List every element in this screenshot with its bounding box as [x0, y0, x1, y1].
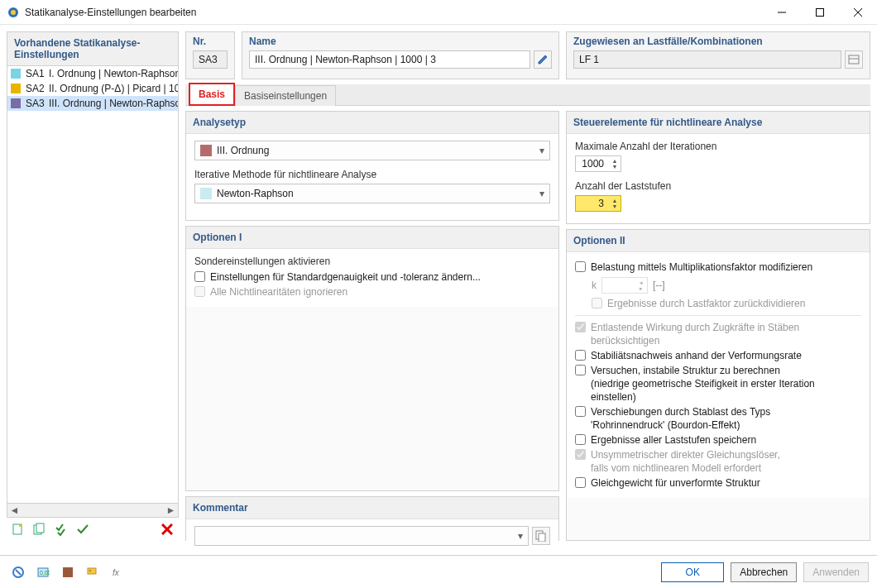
- app-icon: [7, 6, 20, 19]
- check-button[interactable]: [73, 519, 93, 539]
- svg-line-16: [16, 570, 21, 575]
- loadsteps-spin[interactable]: 3▲▼: [575, 195, 621, 212]
- titlebar: Statikanalyse-Einstellungen bearbeiten: [0, 0, 877, 25]
- color-button[interactable]: [58, 562, 78, 582]
- svg-text:0,00: 0,00: [40, 570, 50, 576]
- maximize-button[interactable]: [801, 0, 839, 25]
- analysis-order-combo[interactable]: III. Ordnung ▾: [194, 141, 550, 160]
- svg-rect-14: [539, 533, 545, 542]
- list-item[interactable]: SA1 I. Ordnung | Newton-Raphson: [7, 66, 178, 81]
- chk-unsym-solver: Unsymmetrischer direkter Gleichungslöser…: [575, 448, 861, 475]
- check-all-button[interactable]: [51, 519, 71, 539]
- maxiter-spin[interactable]: 1000▲▼: [575, 155, 621, 172]
- chk-stability[interactable]: Stabiliätsnachweis anhand der Verformung…: [575, 349, 861, 362]
- chk-save-steps[interactable]: Ergebnisse aller Laststufen speichern: [575, 433, 861, 447]
- assigned-browse-button[interactable]: [845, 50, 863, 69]
- swatch-icon: [200, 145, 212, 156]
- chevron-down-icon: ▾: [539, 188, 544, 199]
- svg-text:fx: fx: [113, 568, 120, 577]
- svg-rect-3: [817, 8, 824, 16]
- settings-list[interactable]: SA1 I. Ordnung | Newton-Raphson SA2 II. …: [7, 66, 178, 503]
- k-spin: ◂▸: [601, 277, 648, 294]
- comment-header: Kommentar: [186, 497, 558, 519]
- assigned-label: Zugewiesen an Lastfälle/Kombinationen: [567, 32, 870, 50]
- nr-label: Nr.: [186, 32, 234, 50]
- name-input[interactable]: III. Ordnung | Newton-Raphson | 1000 | 3: [249, 50, 530, 69]
- cancel-button[interactable]: Abbrechen: [731, 562, 797, 582]
- k-label: k: [592, 280, 597, 291]
- tab-basis-settings[interactable]: Basiseinstellungen: [235, 85, 336, 106]
- new-button[interactable]: [8, 519, 28, 539]
- method-label: Iterative Methode für nichtlineare Analy…: [194, 169, 550, 180]
- chk-relief-tension: Entlastende Wirkung durch Zugkräfte in S…: [575, 321, 861, 347]
- swatch-icon: [11, 98, 21, 108]
- svg-rect-11: [849, 55, 859, 64]
- loadsteps-label: Anzahl der Laststufen: [575, 180, 861, 192]
- h-scrollbar[interactable]: ◄ ►: [7, 503, 178, 517]
- options1-header: Optionen I: [186, 227, 558, 249]
- chk-std-accuracy[interactable]: Einstellungen für Standardgenauigkeit un…: [194, 270, 550, 284]
- options1-sub: Sondereinstellungen aktivieren: [194, 256, 550, 267]
- edit-name-button[interactable]: [534, 50, 552, 69]
- window-title: Statikanalyse-Einstellungen bearbeiten: [25, 7, 763, 18]
- comment-combo[interactable]: ▾: [194, 526, 529, 546]
- svg-rect-19: [63, 567, 73, 577]
- chk-ignore-nonlin: Alle Nichtlinearitäten ignorieren: [194, 285, 550, 299]
- svg-rect-8: [36, 523, 44, 533]
- chk-bourdon[interactable]: Verschiebungen durch Stablast des Typs'R…: [575, 405, 861, 432]
- chk-divide-back: Ergebnisse durch Lastfaktor zurückdividi…: [592, 297, 861, 310]
- chevron-down-icon: ▾: [518, 530, 523, 542]
- close-button[interactable]: [839, 0, 877, 25]
- analysis-header: Analysetyp: [186, 112, 558, 134]
- tag-button[interactable]: [83, 562, 103, 582]
- copy-button[interactable]: [30, 519, 50, 539]
- ok-button[interactable]: OK: [661, 562, 724, 582]
- chevron-down-icon: ▾: [539, 145, 544, 156]
- scroll-left-icon[interactable]: ◄: [7, 504, 22, 518]
- left-toolbar: [7, 518, 179, 541]
- ctrl-header: Steuerelemente für nichtlineare Analyse: [567, 112, 870, 134]
- swatch-icon: [11, 84, 21, 93]
- list-item[interactable]: SA3 III. Ordnung | Newton-Raphson | 1: [7, 96, 178, 111]
- svg-point-1: [11, 10, 16, 15]
- list-item[interactable]: SA2 II. Ordnung (P-Δ) | Picard | 100 | 1: [7, 81, 178, 96]
- chk-unstable[interactable]: Versuchen, instabile Struktur zu berechn…: [575, 364, 861, 404]
- help-button[interactable]: [8, 562, 28, 582]
- delete-button[interactable]: [157, 519, 177, 539]
- svg-rect-20: [88, 568, 96, 574]
- footer: 0,00 fx OK Abbrechen Anwenden: [0, 555, 877, 588]
- nr-value: SA3: [193, 50, 228, 69]
- maxiter-label: Maximale Anzahl der Iterationen: [575, 141, 861, 152]
- left-header: Vorhandene Statikanalyse-Einstellungen: [7, 32, 178, 66]
- options2-header: Optionen II: [567, 230, 870, 252]
- k-unit: [--]: [653, 280, 665, 291]
- svg-point-21: [89, 570, 91, 571]
- apply-button: Anwenden: [803, 562, 869, 582]
- tab-basis[interactable]: Basis: [189, 83, 235, 106]
- tabbar: Basis Basiseinstellungen: [185, 84, 870, 106]
- comment-import-button[interactable]: [532, 527, 550, 545]
- scroll-right-icon[interactable]: ►: [164, 504, 178, 518]
- swatch-icon: [11, 69, 21, 79]
- fx-button[interactable]: fx: [108, 562, 127, 582]
- assigned-value: LF 1: [573, 50, 841, 69]
- name-label: Name: [242, 32, 558, 50]
- swatch-icon: [200, 188, 212, 199]
- minimize-button[interactable]: [763, 0, 801, 25]
- analysis-method-combo[interactable]: Newton-Raphson ▾: [194, 184, 550, 203]
- units-button[interactable]: 0,00: [33, 562, 53, 582]
- chk-mult-factor[interactable]: Belastung mittels Multiplikationsfaktor …: [575, 261, 861, 274]
- chk-undeformed[interactable]: Gleichgewicht für unverformte Struktur: [575, 476, 861, 490]
